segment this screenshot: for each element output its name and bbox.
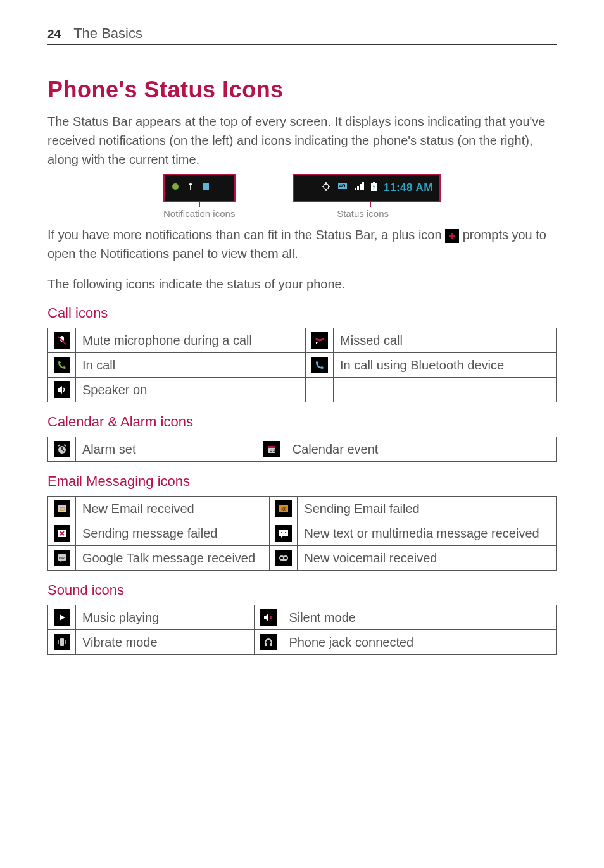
missed-call-icon bbox=[311, 332, 328, 349]
music-icon bbox=[54, 609, 70, 626]
gps-icon bbox=[321, 182, 331, 194]
signal-icon bbox=[354, 182, 364, 194]
svg-text:@: @ bbox=[60, 505, 65, 512]
headphone-icon bbox=[260, 634, 277, 650]
bt-label: In call using Bluetooth device bbox=[334, 353, 557, 378]
bluetooth-call-icon bbox=[311, 357, 328, 373]
statusbar-illustration: Notification icons 4G 11:48 AM Status ic… bbox=[47, 174, 557, 219]
intro-paragraph: The Status Bar appears at the top of eve… bbox=[47, 112, 557, 169]
svg-rect-5 bbox=[355, 188, 356, 190]
following-paragraph: The following icons indicate the status … bbox=[47, 275, 557, 294]
voicemail-icon bbox=[275, 550, 292, 566]
svg-rect-1 bbox=[203, 183, 209, 190]
svg-text:@: @ bbox=[281, 505, 287, 512]
call-icons-table: Mute microphone during a call Missed cal… bbox=[47, 328, 557, 402]
statusbar-left-box bbox=[165, 175, 234, 201]
alarm-label: Alarm set bbox=[76, 437, 258, 462]
svg-rect-30 bbox=[265, 643, 267, 646]
email-fail-icon: @ bbox=[275, 500, 292, 517]
voicemail-label: New voicemail received bbox=[298, 546, 557, 571]
svg-rect-6 bbox=[357, 186, 359, 190]
battery-icon bbox=[370, 182, 377, 194]
box-icon bbox=[201, 182, 210, 194]
vibrate-label: Vibrate mode bbox=[76, 630, 255, 655]
svg-text:4G: 4G bbox=[339, 183, 346, 188]
silent-label: Silent mode bbox=[282, 605, 557, 630]
new-mms-label: New text or multimedia message received bbox=[298, 521, 557, 546]
new-email-icon: @ bbox=[54, 500, 70, 517]
mute-mic-icon bbox=[54, 332, 70, 349]
calendar-alarm-table: Alarm set 31 Calendar event bbox=[47, 437, 557, 462]
4g-icon: 4G bbox=[337, 182, 348, 194]
calendar-label: Calendar event bbox=[286, 437, 556, 462]
msg-fail-label: Sending message failed bbox=[76, 521, 270, 546]
silent-icon bbox=[260, 609, 277, 626]
new-email-label: New Email received bbox=[76, 497, 270, 521]
sound-icons-table: Music playing Silent mode Vibrate mode P… bbox=[47, 605, 557, 655]
svg-text:31: 31 bbox=[270, 447, 275, 453]
new-mms-icon bbox=[275, 525, 292, 542]
svg-text:talk: talk bbox=[59, 556, 65, 560]
svg-rect-7 bbox=[360, 184, 362, 190]
svg-rect-31 bbox=[270, 643, 272, 646]
page-header: 24 The Basics bbox=[47, 25, 557, 45]
svg-rect-8 bbox=[362, 182, 364, 190]
plus-icon bbox=[445, 229, 459, 243]
calendar-icon: 31 bbox=[263, 441, 280, 457]
missed-label: Missed call bbox=[334, 328, 557, 353]
plus-para-a: If you have more notifications than can … bbox=[47, 228, 445, 242]
download-icon bbox=[171, 182, 180, 194]
svg-point-2 bbox=[324, 184, 329, 189]
svg-rect-29 bbox=[60, 638, 64, 646]
statusbar-time: 11:48 AM bbox=[384, 182, 433, 194]
svg-point-22 bbox=[281, 532, 282, 533]
usb-icon bbox=[186, 182, 195, 194]
svg-rect-21 bbox=[279, 530, 288, 536]
svg-point-0 bbox=[172, 183, 179, 190]
call-icons-heading: Call icons bbox=[47, 305, 557, 321]
svg-marker-28 bbox=[60, 614, 65, 621]
notification-icons-label: Notification icons bbox=[163, 208, 235, 219]
music-label: Music playing bbox=[76, 605, 255, 630]
page-title: Phone's Status Icons bbox=[47, 77, 557, 103]
speaker-label: Speaker on bbox=[76, 378, 306, 402]
plus-icon-paragraph: If you have more notifications than can … bbox=[47, 225, 557, 263]
speaker-on-icon bbox=[54, 381, 70, 398]
calendar-alarm-heading: Calendar & Alarm icons bbox=[47, 414, 557, 430]
msg-fail-icon bbox=[54, 525, 70, 542]
svg-point-23 bbox=[285, 532, 286, 533]
gtalk-icon: talk bbox=[54, 550, 70, 566]
alarm-icon bbox=[54, 441, 70, 457]
gtalk-label: Google Talk message received bbox=[76, 546, 270, 571]
jack-label: Phone jack connected bbox=[282, 630, 557, 655]
svg-rect-10 bbox=[373, 182, 375, 183]
sound-icons-heading: Sound icons bbox=[47, 582, 557, 598]
page-number: 24 bbox=[47, 27, 61, 41]
mute-label: Mute microphone during a call bbox=[76, 328, 306, 353]
vibrate-icon bbox=[54, 634, 70, 650]
email-messaging-table: @ New Email received @ Sending Email fai… bbox=[47, 496, 557, 571]
email-fail-label: Sending Email failed bbox=[298, 497, 557, 521]
section-title: The Basics bbox=[73, 25, 142, 42]
statusbar-right-box: 4G 11:48 AM bbox=[294, 175, 439, 201]
status-icons-label: Status icons bbox=[337, 208, 389, 219]
email-messaging-heading: Email Messaging icons bbox=[47, 473, 557, 490]
in-call-icon bbox=[54, 357, 70, 373]
incall-label: In call bbox=[76, 353, 306, 378]
